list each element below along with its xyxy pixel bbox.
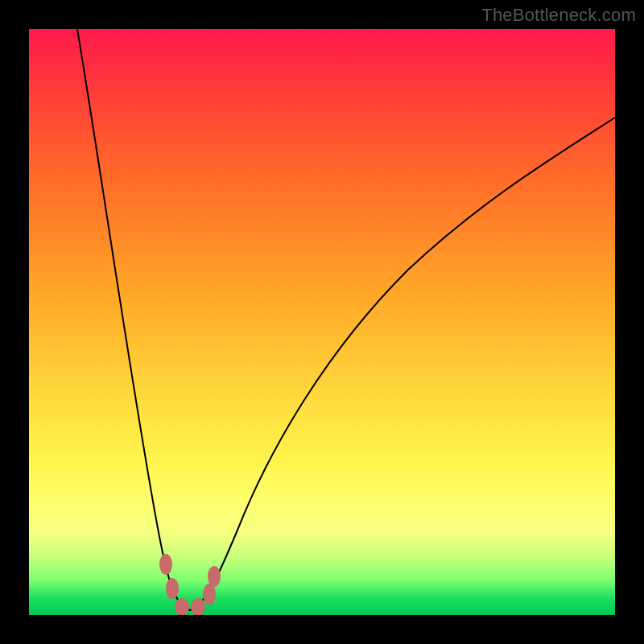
- bottleneck-curve-svg: [29, 29, 615, 615]
- marker-dot: [166, 578, 179, 599]
- curve-markers: [159, 554, 221, 615]
- chart-area: [29, 29, 615, 615]
- marker-dot: [175, 598, 189, 615]
- marker-dot: [191, 598, 205, 615]
- watermark-text: TheBottleneck.com: [481, 5, 636, 26]
- bottleneck-curve: [77, 29, 615, 610]
- marker-dot: [208, 566, 221, 587]
- marker-dot: [159, 554, 172, 575]
